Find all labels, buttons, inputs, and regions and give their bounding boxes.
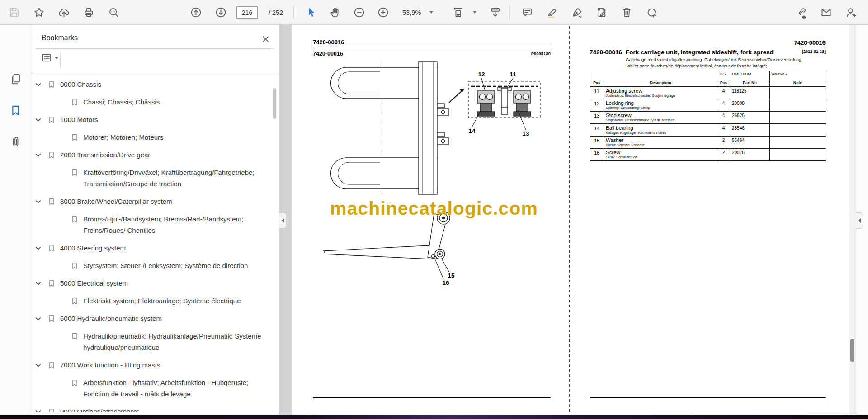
bookmark-item[interactable]: Kraftöverföring/Drivväxel; Kraftübertrag… xyxy=(30,164,274,193)
close-panel-icon[interactable] xyxy=(259,33,271,45)
part-pos: 15 xyxy=(590,136,604,148)
bookmark-item[interactable]: 5000 Electrical system xyxy=(30,274,274,292)
bookmark-label: 1000 Motors xyxy=(60,114,98,125)
bookmark-label: Hydraulik/pneumatik; Hydraulikanlage/Pne… xyxy=(83,330,264,353)
bookmark-item[interactable]: 0000 Chassis xyxy=(30,75,274,93)
chevron-down-icon[interactable] xyxy=(35,152,42,159)
page-thumbnails-icon[interactable] xyxy=(7,70,24,87)
scroll-mode-icon[interactable] xyxy=(486,4,504,22)
zoom-dropdown-caret[interactable] xyxy=(429,11,433,14)
bookmark-label: Styrsystem; Steuer-/Lenksystem; Système … xyxy=(83,260,248,271)
previous-page-icon[interactable] xyxy=(187,4,205,22)
attachments-icon[interactable] xyxy=(7,133,24,151)
share-upload-icon[interactable] xyxy=(55,4,73,22)
part-name: Screw xyxy=(606,150,715,155)
select-tool-icon[interactable] xyxy=(302,4,320,22)
chevron-down-icon[interactable] xyxy=(35,245,42,252)
vertical-scrollbar-thumb[interactable] xyxy=(850,339,854,362)
hand-tool-icon[interactable] xyxy=(326,4,344,22)
page-total-label: / 252 xyxy=(269,9,283,16)
bookmark-label: Kraftöverföring/Drivväxel; Kraftübertrag… xyxy=(83,167,264,189)
bookmarks-panel-icon[interactable] xyxy=(7,102,24,119)
bookmark-item[interactable]: Elektriskt system; Elektroanlage; Systèm… xyxy=(30,292,274,310)
email-icon[interactable] xyxy=(817,4,835,22)
part-name: Washer xyxy=(606,137,715,143)
bookmark-item[interactable]: Hydraulik/pneumatik; Hydraulikanlage/Pne… xyxy=(30,327,274,356)
trash-icon[interactable] xyxy=(618,4,636,22)
collapse-tools-handle[interactable] xyxy=(856,212,863,229)
part-number: 55464 xyxy=(730,136,770,148)
panel-divider xyxy=(30,73,279,73)
fit-width-icon[interactable] xyxy=(449,4,467,22)
options-separator xyxy=(60,52,61,68)
bookmark-item[interactable]: Motorer; Motoren; Moteurs xyxy=(30,128,274,146)
bookmark-label: 7000 Work function - lifting masts xyxy=(60,359,160,371)
column-header-note: Note xyxy=(770,80,826,87)
left-nav-rail xyxy=(0,25,30,415)
bookmark-item[interactable]: 9000 Options/attachments xyxy=(30,403,274,412)
star-icon[interactable] xyxy=(30,4,48,22)
bookmark-item[interactable]: Chassi; Chassis; Châssis xyxy=(30,93,274,111)
part-qty: 4 xyxy=(717,99,730,111)
left-page-header-code: 7420-00016 xyxy=(313,39,344,46)
part-note xyxy=(770,148,826,160)
column-header-description: Description xyxy=(604,80,717,87)
section-code: 7420-00016 xyxy=(590,49,626,56)
zoom-level-value[interactable]: 53,9% xyxy=(402,9,421,16)
bookmark-icon xyxy=(47,360,56,370)
chevron-down-icon[interactable] xyxy=(35,81,42,88)
bookmarks-scrollbar[interactable] xyxy=(273,88,276,119)
save-icon[interactable] xyxy=(5,4,23,22)
part-qty: 4 xyxy=(717,111,730,124)
edit-page-icon[interactable] xyxy=(593,4,611,22)
bookmark-label: Chassi; Chassis; Châssis xyxy=(83,96,160,108)
section-title: Fork carriage unit, integrated sideshift… xyxy=(626,49,802,56)
chevron-down-icon[interactable] xyxy=(35,280,42,287)
bookmark-item[interactable]: Styrsystem; Steuer-/Lenksystem; Système … xyxy=(30,257,274,274)
collapse-bookmarks-handle[interactable] xyxy=(279,212,287,229)
part-name: Stop screw xyxy=(606,113,715,118)
table-header-row: Pos Description Pcs Part No Note xyxy=(590,80,826,87)
chevron-down-icon[interactable] xyxy=(35,315,42,322)
comment-icon[interactable] xyxy=(518,4,536,22)
page-number-input[interactable] xyxy=(236,6,258,19)
fit-dropdown-caret[interactable] xyxy=(473,11,476,14)
part-number: 20008 xyxy=(730,99,770,111)
part-note xyxy=(770,87,826,99)
part-name: Locking ring xyxy=(606,100,715,106)
bookmark-item[interactable]: Arbetsfunktion - lyftstativ; Arbeitsfunk… xyxy=(30,374,274,403)
chevron-down-icon[interactable] xyxy=(35,409,42,412)
zoom-out-icon[interactable] xyxy=(350,4,368,22)
sign-pen-icon[interactable] xyxy=(568,4,586,22)
column-header-pos: Pos xyxy=(590,80,604,87)
part-qty: 4 xyxy=(717,124,730,137)
chevron-down-icon[interactable] xyxy=(35,117,42,123)
bookmark-item[interactable]: 1000 Motors xyxy=(30,111,274,128)
bookmark-item[interactable]: 7000 Work function - lifting masts xyxy=(30,356,274,374)
chevron-down-icon[interactable] xyxy=(35,362,42,369)
bookmark-item[interactable]: 6000 Hydraulic/pneumatic system xyxy=(30,310,274,327)
search-icon[interactable] xyxy=(104,4,123,22)
bookmark-icon xyxy=(47,150,56,160)
add-person-icon[interactable] xyxy=(842,4,860,22)
part-qty: 2 xyxy=(717,136,730,148)
bookmark-item[interactable]: 4000 Steering system xyxy=(30,239,274,257)
chevron-down-icon[interactable] xyxy=(35,198,42,205)
bookmark-item[interactable]: 3000 Brake/Wheel/Caterpillar system xyxy=(30,193,274,210)
table-row: 12 Locking ringSpårring; Schliessring; C… xyxy=(590,99,826,111)
zoom-in-icon[interactable] xyxy=(374,4,392,22)
panel-divider xyxy=(35,48,274,49)
refresh-icon[interactable] xyxy=(642,4,660,22)
share-link-icon[interactable] xyxy=(792,4,810,22)
bookmark-options-button[interactable] xyxy=(41,52,58,63)
bookmark-item[interactable]: Broms-/Hjul-/Bandsystem; Brems-/Rad-/Ban… xyxy=(30,210,274,239)
bookmark-item[interactable]: 2000 Transmission/Drive gear xyxy=(30,146,274,164)
next-page-icon[interactable] xyxy=(212,4,230,22)
highlighter-icon[interactable] xyxy=(543,4,561,22)
serial-range: 946094 - xyxy=(770,71,826,80)
print-icon[interactable] xyxy=(80,4,98,22)
part-number: 118125 xyxy=(730,87,770,99)
options-dropdown-caret[interactable] xyxy=(55,57,58,59)
bookmark-label: 6000 Hydraulic/pneumatic system xyxy=(60,313,162,324)
part-pos: 11 xyxy=(590,87,604,99)
